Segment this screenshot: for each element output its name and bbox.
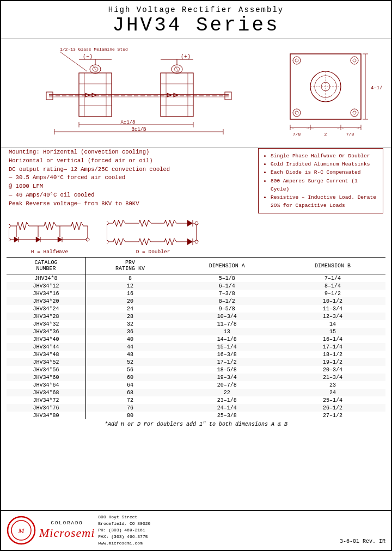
table-cell-3-2: 8–1/2	[174, 297, 280, 305]
svg-point-44	[293, 109, 301, 117]
table-row: JHV34*885–1/87–1/4	[7, 274, 385, 283]
svg-text:7/8: 7/8	[346, 132, 354, 137]
address: 800 Hoyt Street Broomfield, CO 80020 PH:…	[98, 514, 150, 547]
table-cell-10-0: JHV34*48	[7, 351, 86, 358]
table-cell-18-2: 25–3/8	[174, 412, 280, 419]
table-cell-3-0: JHV34*20	[7, 297, 86, 305]
table-row: JHV34*323211–7/814	[7, 320, 385, 328]
table-cell-8-0: JHV34*40	[7, 335, 86, 343]
table-cell-10-3: 18–1/2	[280, 351, 385, 358]
table-cell-11-3: 19–1/2	[280, 358, 385, 366]
col-dim-b: DIMENSION B	[280, 258, 385, 274]
spec-line-2: Horizontal or vertical (forced air or oi…	[9, 157, 258, 166]
svg-point-108	[107, 222, 108, 225]
table-cell-2-2: 7–3/8	[174, 290, 280, 297]
table-cell-4-2: 9–5/8	[174, 305, 280, 313]
logo-text: COLORADO Microsemi	[39, 521, 95, 540]
svg-text:1/2-13 Glass Melamine Stud: 1/2-13 Glass Melamine Stud	[60, 47, 128, 52]
specs-table: CATALOGNUMBER PRVRATING KV DIMENSION A D…	[7, 257, 385, 419]
table-cell-10-1: 48	[86, 351, 174, 358]
table-row: JHV34*20208–1/210–1/2	[7, 297, 385, 305]
table-note: *Add H or D For doublers add 1" to both …	[7, 419, 385, 428]
svg-point-110	[195, 222, 198, 225]
table-cell-9-2: 15–1/4	[174, 343, 280, 351]
svg-point-91	[86, 238, 89, 241]
table-cell-7-0: JHV34*36	[7, 328, 86, 335]
table-cell-14-2: 20–7/8	[174, 381, 280, 389]
table-row: JHV34*646420–7/823	[7, 381, 385, 389]
table-cell-16-0: JHV34*72	[7, 396, 86, 404]
table-cell-2-1: 16	[86, 290, 174, 297]
table-cell-8-1: 40	[86, 335, 174, 343]
table-cell-9-3: 17–1/4	[280, 343, 385, 351]
table-cell-12-1: 56	[86, 366, 174, 374]
table-row: JHV34*404014–1/816–1/4	[7, 335, 385, 343]
table-cell-11-0: JHV34*52	[7, 358, 86, 366]
front-view-svg: 1/2-13 Glass Melamine Stud ⊳⊳	[44, 43, 240, 144]
svg-text:←: ←	[292, 126, 295, 130]
svg-text:(−): (−)	[83, 54, 93, 60]
specs-text: Mounting: Horizontal (convection cooling…	[9, 148, 258, 213]
svg-text:⊳⊳: ⊳⊳	[166, 91, 179, 100]
svg-text:7/8: 7/8	[293, 132, 301, 137]
table-cell-2-3: 9–1/2	[280, 290, 385, 297]
table-row: JHV34*16167–3/89–1/2	[7, 290, 385, 297]
table-cell-6-2: 11–7/8	[174, 320, 280, 328]
table-cell-17-1: 76	[86, 404, 174, 412]
table-cell-17-0: JHV34*76	[7, 404, 86, 412]
table-row: JHV34*565618–5/820–3/4	[7, 366, 385, 374]
table-cell-1-1: 12	[86, 282, 174, 290]
svg-point-43	[353, 59, 356, 62]
svg-point-40	[293, 57, 301, 64]
svg-text:→: →	[357, 126, 359, 130]
svg-text:(+): (+)	[181, 54, 191, 60]
svg-text:⊳⊳: ⊳⊳	[84, 91, 97, 100]
halfwave-label: H = Halfwave	[31, 249, 68, 255]
table-cell-3-3: 10–1/2	[280, 297, 385, 305]
table-cell-15-2: 22	[174, 389, 280, 396]
doubler-label: D = Doubler	[136, 249, 170, 255]
specs-bullets-section: Mounting: Horizontal (convection cooling…	[1, 148, 391, 216]
footer: M COLORADO Microsemi 800 Hoyt Street Bro…	[1, 510, 391, 550]
table-cell-13-2: 19–3/4	[174, 374, 280, 381]
table-row: JHV34*606019–3/421–3/4	[7, 374, 385, 381]
svg-text:→: →	[337, 126, 340, 130]
table-cell-14-3: 23	[280, 381, 385, 389]
diagram-front-view: 1/2-13 Glass Melamine Stud ⊳⊳	[7, 41, 277, 145]
table-cell-14-1: 64	[86, 381, 174, 389]
table-cell-5-1: 28	[86, 313, 174, 320]
table-row: JHV34*727223–1/825–1/4	[7, 396, 385, 404]
svg-point-41	[295, 59, 298, 62]
table-cell-0-3: 7–1/4	[280, 274, 385, 283]
features-list: Single Phase Halfwave Or DoublerGold Iri…	[263, 152, 378, 210]
table-cell-5-2: 10–3/4	[174, 313, 280, 320]
table-cell-13-0: JHV34*60	[7, 374, 86, 381]
svg-point-47	[353, 111, 356, 114]
table-row: JHV34*36361315	[7, 328, 385, 335]
table-row: JHV34*444415–1/417–1/4	[7, 343, 385, 351]
col-catalog: CATALOGNUMBER	[7, 258, 86, 274]
svg-text:←: ←	[311, 126, 314, 130]
table-cell-16-3: 25–1/4	[280, 396, 385, 404]
table-section: CATALOGNUMBER PRVRATING KV DIMENSION A D…	[1, 257, 391, 510]
table-cell-14-0: JHV34*64	[7, 381, 86, 389]
svg-text:M: M	[18, 526, 25, 535]
col-prv: PRVRATING KV	[86, 258, 174, 274]
table-cell-7-2: 13	[174, 328, 280, 335]
table-cell-7-1: 36	[86, 328, 174, 335]
side-view-svg: 4–1/2 7/8 2 7/8 ← → ← → ← →	[279, 43, 383, 144]
table-cell-18-3: 27–1/2	[280, 412, 385, 419]
svg-point-46	[351, 109, 358, 117]
svg-text:→: →	[307, 126, 309, 130]
spec-line-1: Mounting: Horizontal (convection cooling…	[9, 148, 258, 157]
table-cell-4-0: JHV34*24	[7, 305, 86, 313]
spec-line-6: — 46 Amps/40°C oil cooled	[9, 191, 258, 200]
svg-point-90	[9, 238, 10, 241]
feature-item: Gold Iridited Aluminum Heatsinks	[271, 160, 378, 168]
svg-marker-92	[187, 220, 193, 226]
table-cell-1-2: 6–1/4	[174, 282, 280, 290]
spec-line-4: — 30.5 Amps/40°C forced air cooled	[9, 174, 258, 182]
table-cell-6-1: 32	[86, 320, 174, 328]
table-cell-1-0: JHV34*12	[7, 282, 86, 290]
svg-marker-71	[14, 237, 19, 242]
